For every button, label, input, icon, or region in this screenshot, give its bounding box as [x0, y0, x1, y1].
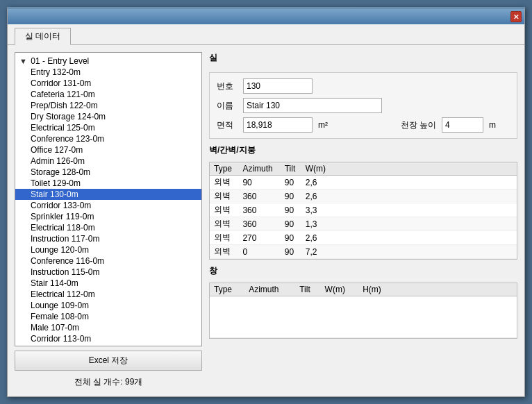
tab-bar: 실 데이터	[8, 24, 524, 45]
close-button[interactable]: ✕	[510, 11, 522, 22]
tree-item-21[interactable]: Lounge 109-0m	[15, 300, 201, 311]
win-col-tilt: Tilt	[295, 283, 320, 296]
room-info-section: 번호 이름 면적 m² 천장 높이 m	[209, 72, 517, 139]
tree-item-16[interactable]: Lounge 120-0m	[15, 244, 201, 255]
tree-item-7[interactable]: Office 127-0m	[15, 144, 201, 155]
tree-item-19[interactable]: Stair 114-0m	[15, 278, 201, 289]
wall-col-w: W(m)	[301, 162, 333, 176]
number-input[interactable]	[243, 78, 313, 94]
ceiling-unit: m	[489, 120, 510, 130]
tree-item-12[interactable]: Corridor 133-0m	[15, 200, 201, 211]
table-row: 외벽270902,6	[210, 231, 517, 245]
ceiling-input[interactable]	[442, 117, 483, 133]
name-row: 이름	[217, 98, 510, 113]
win-col-extra	[394, 283, 517, 296]
wall-table: Type Azimuth Tilt W(m) 외벽90902,6외벽360902…	[209, 162, 517, 260]
wall-col-extra	[333, 162, 517, 176]
tree-item-25[interactable]: Instruction 106-0m	[15, 344, 201, 346]
left-panel: ▼ 01 - Entry Level Entry 132-0m Corridor…	[15, 52, 202, 389]
tree-item-4[interactable]: Dry Storage 124-0m	[15, 111, 201, 122]
wall-col-tilt: Tilt	[281, 162, 301, 176]
table-row: 외벽360902,6	[210, 190, 517, 203]
window-section-title: 창	[209, 265, 517, 277]
status-label: 전체 실 개수: 99개	[15, 375, 202, 389]
tree-item-24[interactable]: Corridor 113-0m	[15, 333, 201, 344]
tree-item-10[interactable]: Toilet 129-0m	[15, 178, 201, 189]
tree-item-11[interactable]: Stair 130-0m	[15, 189, 201, 200]
table-row: 외벽360903,3	[210, 203, 517, 217]
window-section: 창 Type Azimuth Tilt W(m) H(m)	[209, 265, 517, 339]
win-col-type: Type	[210, 283, 244, 296]
area-unit: m²	[318, 120, 339, 130]
tree-item-6[interactable]: Conference 123-0m	[15, 133, 201, 144]
number-row: 번호	[217, 78, 510, 94]
tab-room-data[interactable]: 실 데이터	[15, 28, 71, 45]
tree-item-8[interactable]: Admin 126-0m	[15, 155, 201, 167]
title-bar: ✕	[8, 9, 524, 24]
win-col-h: H(m)	[358, 283, 394, 296]
name-label: 이름	[217, 100, 238, 112]
tree-item-15[interactable]: Instruction 117-0m	[15, 233, 201, 244]
tree-item-23[interactable]: Male 107-0m	[15, 322, 201, 333]
ceiling-label: 천장 높이	[401, 119, 436, 131]
tree-item-17[interactable]: Conference 116-0m	[15, 255, 201, 267]
tree-item-22[interactable]: Female 108-0m	[15, 311, 201, 322]
win-col-azimuth: Azimuth	[244, 283, 295, 296]
area-row: 면적 m² 천장 높이 m	[217, 117, 510, 133]
room-tree[interactable]: ▼ 01 - Entry Level Entry 132-0m Corridor…	[15, 52, 202, 346]
tree-item-1[interactable]: Corridor 131-0m	[15, 78, 201, 89]
table-row: 외벽0907,2	[210, 245, 517, 259]
number-label: 번호	[217, 81, 238, 92]
right-panel: 실 번호 이름 면적 m² 천장 높이 m	[209, 52, 517, 389]
tree-item-2[interactable]: Cafeteria 121-0m	[15, 89, 201, 100]
tree-item-3[interactable]: Prep/Dish 122-0m	[15, 100, 201, 111]
win-col-w: W(m)	[321, 283, 359, 296]
tree-item-5[interactable]: Electrical 125-0m	[15, 122, 201, 133]
tree-item-13[interactable]: Sprinkler 119-0m	[15, 211, 201, 222]
table-row: 외벽90902,6	[210, 176, 517, 190]
tree-item-20[interactable]: Electrical 112-0m	[15, 289, 201, 300]
expand-icon: ▼	[19, 57, 27, 65]
wall-section-title: 벽/간벽/지붕	[209, 144, 517, 156]
content-area: ▼ 01 - Entry Level Entry 132-0m Corridor…	[8, 45, 524, 396]
area-label: 면적	[217, 119, 238, 131]
main-window: ✕ 실 데이터 ▼ 01 - Entry Level Entry 132-0m …	[7, 7, 525, 397]
window-table: Type Azimuth Tilt W(m) H(m)	[209, 283, 517, 339]
wall-section: 벽/간벽/지붕 Type Azimuth Tilt W(m)	[209, 144, 517, 260]
tree-item-18[interactable]: Instruction 115-0m	[15, 267, 201, 278]
tree-item-9[interactable]: Storage 128-0m	[15, 167, 201, 178]
tree-root[interactable]: ▼ 01 - Entry Level	[15, 56, 201, 67]
area-input[interactable]	[243, 117, 313, 133]
room-section-title: 실	[209, 52, 517, 64]
tree-item-14[interactable]: Electrical 118-0m	[15, 222, 201, 233]
name-input[interactable]	[243, 98, 382, 113]
tree-item-0[interactable]: Entry 132-0m	[15, 67, 201, 78]
table-row: 외벽360901,3	[210, 217, 517, 231]
excel-save-button[interactable]: Excel 저장	[15, 351, 202, 371]
wall-col-azimuth: Azimuth	[238, 162, 280, 176]
wall-col-type: Type	[210, 162, 238, 176]
